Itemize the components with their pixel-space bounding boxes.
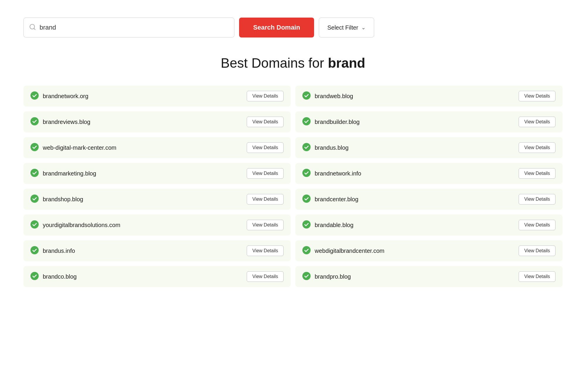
domain-name: brandus.info bbox=[43, 248, 75, 254]
view-details-button[interactable]: View Details bbox=[519, 168, 556, 179]
domain-item: brandable.blog View Details bbox=[295, 214, 563, 236]
available-icon bbox=[302, 246, 311, 255]
domain-item: brandnetwork.info View Details bbox=[295, 163, 563, 184]
svg-line-1 bbox=[34, 28, 35, 30]
svg-point-11 bbox=[302, 195, 311, 203]
domain-left: brandnetwork.org bbox=[30, 91, 88, 101]
view-details-button[interactable]: View Details bbox=[519, 246, 556, 256]
domain-name: brandmarketing.blog bbox=[43, 170, 96, 177]
available-icon bbox=[30, 169, 39, 178]
svg-point-15 bbox=[302, 246, 311, 254]
domain-name: brandpro.blog bbox=[315, 273, 351, 280]
view-details-button[interactable]: View Details bbox=[247, 246, 284, 256]
view-details-button[interactable]: View Details bbox=[247, 142, 284, 153]
view-details-button[interactable]: View Details bbox=[519, 194, 556, 204]
svg-point-4 bbox=[30, 117, 39, 125]
domain-left: yourdigitalbrandsolutions.com bbox=[30, 220, 120, 230]
available-icon bbox=[30, 91, 39, 101]
view-details-button[interactable]: View Details bbox=[247, 168, 284, 179]
domain-left: webdigitalbrandcenter.com bbox=[302, 246, 384, 255]
view-details-button[interactable]: View Details bbox=[247, 194, 284, 204]
domain-item: brandshop.blog View Details bbox=[23, 189, 291, 210]
available-icon bbox=[302, 143, 311, 152]
view-details-button[interactable]: View Details bbox=[247, 117, 284, 127]
domain-left: brandbuilder.blog bbox=[302, 117, 360, 127]
svg-point-3 bbox=[302, 91, 311, 100]
domain-left: web-digital-mark-center.com bbox=[30, 143, 116, 152]
domain-left: brandmarketing.blog bbox=[30, 169, 96, 178]
domain-name: web-digital-mark-center.com bbox=[43, 144, 116, 151]
domain-left: brandus.info bbox=[30, 246, 75, 255]
svg-point-8 bbox=[30, 169, 39, 177]
svg-point-9 bbox=[302, 169, 311, 177]
page-title: Best Domains for brand bbox=[23, 55, 563, 71]
svg-point-2 bbox=[30, 91, 39, 100]
available-icon bbox=[302, 195, 311, 204]
available-icon bbox=[302, 220, 311, 230]
domain-item: brandus.info View Details bbox=[23, 240, 291, 261]
svg-point-14 bbox=[30, 246, 39, 254]
domain-item: brandcenter.blog View Details bbox=[295, 189, 563, 210]
view-details-button[interactable]: View Details bbox=[247, 91, 284, 101]
domain-name: brandnetwork.org bbox=[43, 93, 88, 100]
svg-point-16 bbox=[30, 272, 39, 280]
domain-name: brandreviews.blog bbox=[43, 119, 90, 125]
domain-left: brandnetwork.info bbox=[302, 169, 361, 178]
domain-left: brandcenter.blog bbox=[302, 195, 358, 204]
available-icon bbox=[30, 246, 39, 255]
available-icon bbox=[302, 169, 311, 178]
available-icon bbox=[302, 91, 311, 101]
svg-point-10 bbox=[30, 195, 39, 203]
search-domain-button[interactable]: Search Domain bbox=[239, 18, 314, 38]
filter-button[interactable]: Select Filter ⌄ bbox=[319, 18, 374, 38]
view-details-button[interactable]: View Details bbox=[519, 91, 556, 101]
domain-item: web-digital-mark-center.com View Details bbox=[23, 137, 291, 158]
domain-name: brandable.blog bbox=[315, 222, 353, 229]
domain-name: brandcenter.blog bbox=[315, 196, 358, 203]
svg-point-5 bbox=[302, 117, 311, 125]
domain-name: yourdigitalbrandsolutions.com bbox=[43, 222, 120, 229]
domain-item: yourdigitalbrandsolutions.com View Detai… bbox=[23, 214, 291, 236]
domain-name: brandnetwork.info bbox=[315, 170, 361, 177]
view-details-button[interactable]: View Details bbox=[519, 117, 556, 127]
search-input[interactable] bbox=[40, 24, 229, 31]
view-details-button[interactable]: View Details bbox=[247, 271, 284, 282]
domain-left: brandreviews.blog bbox=[30, 117, 90, 127]
domain-item: brandnetwork.org View Details bbox=[23, 86, 291, 107]
search-input-wrapper bbox=[23, 18, 234, 38]
domain-left: brandus.blog bbox=[302, 143, 349, 152]
view-details-button[interactable]: View Details bbox=[247, 220, 284, 230]
view-details-button[interactable]: View Details bbox=[519, 271, 556, 282]
domain-left: brandable.blog bbox=[302, 220, 353, 230]
domain-name: brandweb.blog bbox=[315, 93, 353, 100]
available-icon bbox=[30, 143, 39, 152]
view-details-button[interactable]: View Details bbox=[519, 220, 556, 230]
available-icon bbox=[30, 272, 39, 281]
available-icon bbox=[302, 272, 311, 281]
filter-label: Select Filter bbox=[327, 24, 358, 31]
chevron-down-icon: ⌄ bbox=[361, 24, 366, 31]
domain-name: brandus.blog bbox=[315, 144, 349, 151]
domains-grid: brandnetwork.org View Details brandweb.b… bbox=[23, 86, 563, 287]
domain-item: brandweb.blog View Details bbox=[295, 86, 563, 107]
domain-left: brandweb.blog bbox=[302, 91, 353, 101]
search-icon bbox=[29, 23, 36, 32]
available-icon bbox=[30, 220, 39, 230]
available-icon bbox=[30, 117, 39, 127]
svg-point-7 bbox=[302, 143, 311, 151]
svg-point-13 bbox=[302, 220, 311, 229]
search-bar: Search Domain Select Filter ⌄ bbox=[23, 18, 563, 38]
domain-name: brandbuilder.blog bbox=[315, 119, 360, 125]
domain-item: brandpro.blog View Details bbox=[295, 266, 563, 287]
domain-left: brandshop.blog bbox=[30, 195, 83, 204]
available-icon bbox=[30, 195, 39, 204]
svg-point-6 bbox=[30, 143, 39, 151]
view-details-button[interactable]: View Details bbox=[519, 142, 556, 153]
domain-name: brandshop.blog bbox=[43, 196, 83, 203]
domain-left: brandpro.blog bbox=[302, 272, 351, 281]
domain-item: brandbuilder.blog View Details bbox=[295, 111, 563, 132]
domain-item: brandreviews.blog View Details bbox=[23, 111, 291, 132]
domain-item: webdigitalbrandcenter.com View Details bbox=[295, 240, 563, 261]
svg-point-12 bbox=[30, 220, 39, 229]
domain-item: brandmarketing.blog View Details bbox=[23, 163, 291, 184]
